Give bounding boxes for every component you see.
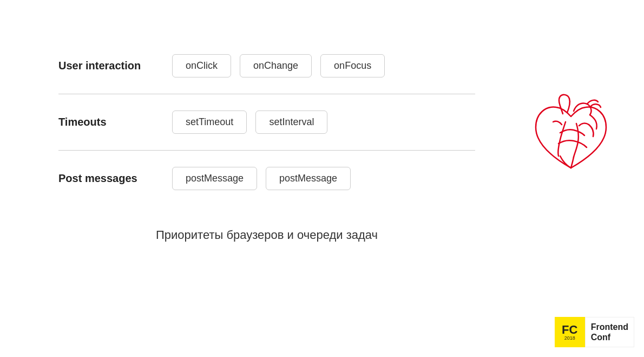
tag-onchange: onChange (240, 54, 312, 77)
fc-logo: FC 2018 Frontend Conf (555, 317, 634, 347)
tags-user-interaction: onClick onChange onFocus (172, 54, 385, 77)
row-timeouts: Timeouts setTimeout setInterval (58, 94, 475, 150)
tag-postmessage-2: postMessage (266, 167, 351, 190)
fc-year: 2018 (564, 336, 575, 341)
tag-settimeout: setTimeout (172, 111, 247, 134)
main-content: User interaction onClick onChange onFocu… (58, 38, 475, 242)
fc-name-line1: Frontend (591, 322, 628, 332)
label-user-interaction: User interaction (58, 60, 172, 72)
subtitle: Приоритеты браузеров и очереди задач (58, 228, 475, 242)
tag-onfocus: onFocus (320, 54, 385, 77)
tag-postmessage-1: postMessage (172, 167, 257, 190)
heart-illustration (530, 92, 612, 179)
tag-onclick: onClick (172, 54, 231, 77)
tags-post-messages: postMessage postMessage (172, 167, 351, 190)
row-user-interaction: User interaction onClick onChange onFocu… (58, 38, 475, 94)
label-post-messages: Post messages (58, 172, 172, 185)
label-timeouts: Timeouts (58, 116, 172, 128)
fc-name-line2: Conf (591, 332, 610, 342)
fc-letters: FC (562, 324, 577, 336)
tags-timeouts: setTimeout setInterval (172, 111, 327, 134)
fc-badge: FC 2018 (555, 317, 585, 347)
fc-text: Frontend Conf (585, 317, 634, 347)
row-post-messages: Post messages postMessage postMessage (58, 151, 475, 206)
tag-setinterval: setInterval (255, 111, 327, 134)
